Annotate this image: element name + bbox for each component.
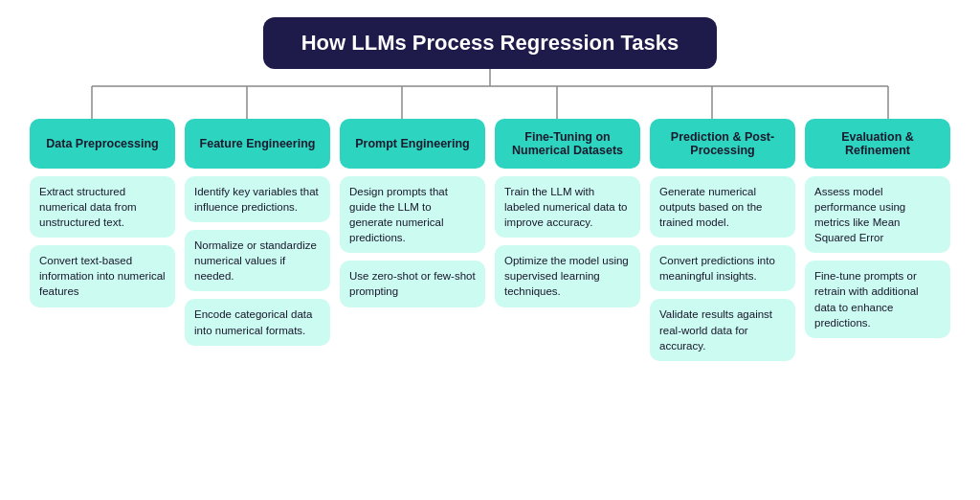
card-data-preprocessing-0: Extract structured numerical data from u… — [30, 176, 175, 238]
column-evaluation-refinement: Evaluation & RefinementAssess model perf… — [805, 119, 950, 490]
connector-area — [19, 69, 961, 119]
card-feature-engineering-0: Identify key variables that influence pr… — [185, 176, 330, 222]
column-header-prompt-engineering: Prompt Engineering — [340, 119, 485, 169]
column-prompt-engineering: Prompt EngineeringDesign prompts that gu… — [340, 119, 485, 490]
column-header-feature-engineering: Feature Engineering — [185, 119, 330, 169]
column-header-data-preprocessing: Data Preprocessing — [30, 119, 175, 169]
card-evaluation-refinement-1: Fine-tune prompts or retrain with additi… — [805, 261, 950, 337]
column-header-prediction-post-processing: Prediction & Post-Processing — [650, 119, 795, 169]
column-feature-engineering: Feature EngineeringIdentify key variable… — [185, 119, 330, 490]
card-prompt-engineering-0: Design prompts that guide the LLM to gen… — [340, 176, 485, 253]
column-prediction-post-processing: Prediction & Post-ProcessingGenerate num… — [650, 119, 795, 490]
card-prediction-post-processing-1: Convert predictions into meaningful insi… — [650, 245, 795, 291]
card-evaluation-refinement-0: Assess model performance using metrics l… — [805, 176, 950, 253]
column-header-evaluation-refinement: Evaluation & Refinement — [805, 119, 950, 169]
card-data-preprocessing-1: Convert text-based information into nume… — [30, 245, 175, 307]
card-prediction-post-processing-2: Validate results against real-world data… — [650, 299, 795, 360]
card-fine-tuning-0: Train the LLM with labeled numerical dat… — [495, 176, 640, 238]
card-prompt-engineering-1: Use zero-shot or few-shot prompting — [340, 261, 485, 307]
column-header-fine-tuning: Fine-Tuning on Numerical Datasets — [495, 119, 640, 169]
columns-container: Data PreprocessingExtract structured num… — [19, 119, 961, 490]
title-box: How LLMs Process Regression Tasks — [263, 17, 718, 69]
column-fine-tuning: Fine-Tuning on Numerical DatasetsTrain t… — [495, 119, 640, 490]
card-prediction-post-processing-0: Generate numerical outputs based on the … — [650, 176, 795, 238]
column-data-preprocessing: Data PreprocessingExtract structured num… — [30, 119, 175, 490]
card-feature-engineering-2: Encode categorical data into numerical f… — [185, 299, 330, 345]
card-fine-tuning-1: Optimize the model using supervised lear… — [495, 245, 640, 307]
card-feature-engineering-1: Normalize or standardize numerical value… — [185, 230, 330, 291]
connector-lines — [19, 69, 961, 119]
page-title: How LLMs Process Regression Tasks — [301, 31, 679, 55]
